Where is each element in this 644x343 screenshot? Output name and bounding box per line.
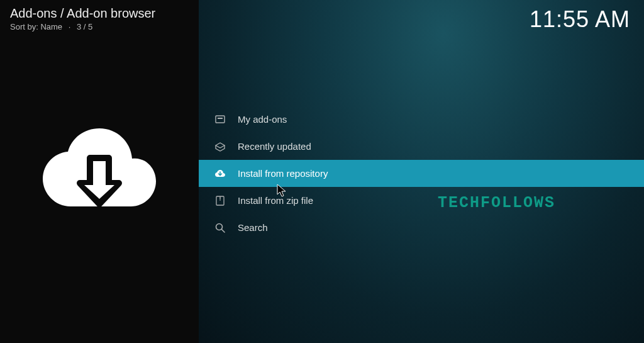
svg-rect-0 xyxy=(216,116,225,123)
search-icon xyxy=(214,222,226,234)
menu-item-label: Recently updated xyxy=(238,141,311,152)
menu-item-install-from-repository[interactable]: Install from repository xyxy=(199,160,644,187)
menu-item-my-addons[interactable]: My add-ons xyxy=(199,106,644,133)
menu-item-recently-updated[interactable]: Recently updated xyxy=(199,133,644,160)
svg-line-4 xyxy=(222,229,225,232)
zip-file-icon xyxy=(214,194,226,207)
cloud-download-large-icon xyxy=(43,123,156,220)
menu-item-label: Install from repository xyxy=(238,168,328,179)
box-open-icon xyxy=(214,140,226,153)
main-panel: 11:55 AM My add-ons Recently updated Ins… xyxy=(199,0,644,343)
svg-rect-1 xyxy=(218,118,223,119)
clock: 11:55 AM xyxy=(530,6,630,33)
sidebar: Add-ons / Add-on browser Sort by: Name ·… xyxy=(0,0,199,343)
my-addons-icon xyxy=(214,113,226,126)
section-artwork xyxy=(10,6,189,337)
menu-item-install-from-zip[interactable]: Install from zip file xyxy=(199,187,644,214)
menu-item-label: Install from zip file xyxy=(238,195,313,206)
addon-menu: My add-ons Recently updated Install from… xyxy=(199,106,644,241)
cloud-download-icon xyxy=(214,167,226,180)
menu-item-search[interactable]: Search xyxy=(199,214,644,241)
menu-item-label: Search xyxy=(238,222,268,233)
menu-item-label: My add-ons xyxy=(238,114,287,125)
